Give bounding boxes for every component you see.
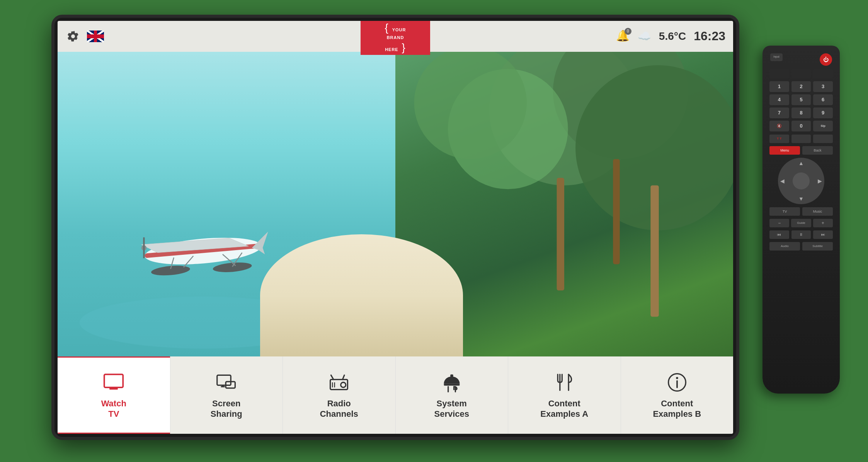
dpad-left: ◀ [780, 178, 785, 184]
beach-strip [260, 234, 463, 356]
brand-logo: { YOUR BRAND HERE } [361, 21, 430, 55]
remote-input-button[interactable]: Input [770, 53, 783, 61]
header-right: 🔔 0 ☁️ 5.6°C 16:23 [616, 29, 725, 43]
remote-power-button[interactable]: ⏻ [820, 53, 832, 66]
system-services-label-line2: Services [434, 409, 469, 419]
radio-channels-label: Radio Channels [320, 399, 358, 419]
tv-foot-right [574, 437, 620, 440]
remote-audio-row: Audio Subtitle [766, 242, 836, 251]
remote-num-8[interactable]: 8 [791, 107, 811, 118]
svg-rect-25 [217, 375, 230, 385]
remote-pause[interactable]: ⏸ [791, 230, 811, 239]
time-display: 16:23 [694, 29, 725, 43]
remote-btn-2[interactable] [791, 69, 811, 78]
remote-ch-minus[interactable]: ⏮ [769, 230, 789, 239]
remote-number-grid: 1 2 3 4 5 6 7 8 9 🔇 0 Slp [766, 81, 836, 131]
screen-sharing-label-line2: Sharing [211, 409, 242, 419]
remote-vol-down[interactable]: − [769, 219, 789, 227]
remote-menu-button[interactable]: Menu [769, 146, 800, 155]
dpad-down: ▼ [798, 196, 804, 202]
watch-tv-label: Watch TV [101, 399, 126, 419]
remote-row-2 [766, 69, 836, 78]
remote-blank-btn[interactable] [791, 135, 811, 143]
svg-line-30 [331, 375, 334, 379]
brand-name-line3: HERE [385, 47, 398, 52]
tv-container: { YOUR BRAND HERE } 🔔 0 ☁️ 5.6°C [51, 15, 817, 448]
remote-ch-plus[interactable]: ⏭ [813, 230, 833, 239]
menu-item-system-services[interactable]: System Services [396, 356, 509, 434]
content-examples-a-icon [553, 371, 576, 394]
tv-foot-left [170, 437, 217, 440]
tv-frame: { YOUR BRAND HERE } 🔔 0 ☁️ 5.6°C [51, 15, 739, 440]
screen-sharing-label-line1: Screen [212, 399, 240, 408]
remote-mute-button[interactable]: 🔇 [769, 121, 789, 131]
content-a-icon-svg [553, 372, 575, 393]
content-examples-b-label: Content Examples B [653, 399, 701, 419]
radio-channels-label-line1: Radio [327, 399, 351, 408]
remote-tv-button[interactable]: TV [769, 207, 800, 216]
remote-dpad[interactable]: ▲ ▼ ◀ ▶ [778, 158, 824, 204]
remote-subtitle-button[interactable]: Subtitle [802, 242, 833, 251]
remote-music-button[interactable]: Music [802, 207, 833, 216]
screen-sharing-label: Screen Sharing [211, 399, 242, 419]
remote-num-2[interactable]: 2 [791, 81, 811, 92]
remote-guide-row: − Guide + [766, 219, 836, 227]
content-b-label-line2: Examples B [653, 409, 701, 419]
notification-count: 0 [625, 28, 631, 35]
dpad-up: ▲ [798, 160, 804, 166]
notification-badge[interactable]: 🔔 0 [616, 29, 630, 43]
remote-guide-button[interactable]: Guide [791, 219, 811, 227]
cloud-icon: ☁️ [638, 30, 651, 43]
svg-point-43 [676, 377, 678, 379]
brand-name-line2: BRAND [387, 35, 404, 40]
remote-sleep-button[interactable]: Slp [813, 121, 833, 131]
tv-screen: { YOUR BRAND HERE } 🔔 0 ☁️ 5.6°C [58, 21, 733, 434]
dpad-center-button[interactable] [793, 172, 810, 189]
remote-num-1[interactable]: 1 [769, 81, 789, 92]
svg-rect-20 [613, 159, 620, 264]
menu-item-watch-tv[interactable]: Watch TV [58, 356, 170, 434]
remote-vol-up[interactable]: + [813, 219, 833, 227]
menu-item-content-examples-a[interactable]: Content Examples A [508, 356, 621, 434]
svg-rect-19 [557, 178, 564, 290]
watch-tv-label-line1: Watch [101, 399, 126, 408]
menu-bar: Watch TV Screen [58, 356, 733, 434]
svg-rect-36 [450, 375, 453, 378]
remote-num-5[interactable]: 5 [791, 94, 811, 105]
remote-btn-1[interactable] [769, 69, 789, 78]
radio-icon-svg [328, 372, 350, 393]
remote-blank-btn-2[interactable] [813, 135, 833, 143]
remote-back-button[interactable]: Back [802, 146, 833, 155]
svg-point-34 [341, 382, 346, 387]
remote-num-6[interactable]: 6 [813, 94, 833, 105]
watch-tv-icon [102, 371, 125, 394]
temperature-display: 5.6°C [659, 30, 686, 43]
menu-item-content-examples-b[interactable]: Content Examples B [621, 356, 734, 434]
dpad-right: ▶ [818, 178, 822, 184]
content-examples-a-label: Content Examples A [540, 399, 588, 419]
language-flag-icon[interactable] [87, 31, 104, 42]
system-services-label: System Services [434, 399, 469, 419]
menu-item-screen-sharing[interactable]: Screen Sharing [170, 356, 283, 434]
remote-btn-3[interactable] [813, 69, 833, 78]
svg-rect-21 [650, 185, 659, 317]
radio-channels-label-line2: Channels [320, 409, 358, 419]
screen-sharing-icon-svg [216, 372, 237, 393]
remote-num-3[interactable]: 3 [813, 81, 833, 92]
settings-icon[interactable] [65, 29, 81, 44]
brand-brace-open: { [385, 22, 392, 34]
remote-num-9[interactable]: 9 [813, 107, 833, 118]
remote-num-4[interactable]: 4 [769, 94, 789, 105]
svg-line-31 [343, 375, 345, 379]
remote-num-7[interactable]: 7 [769, 107, 789, 118]
remote-tv-music-row: TV Music [766, 207, 836, 216]
radio-channels-icon [327, 371, 351, 394]
menu-item-radio-channels[interactable]: Radio Channels [283, 356, 396, 434]
remote-tt-btn[interactable]: T T [769, 135, 789, 143]
content-b-label-line1: Content [661, 399, 693, 408]
content-a-label-line2: Examples A [540, 409, 588, 419]
system-services-label-line1: System [437, 399, 467, 408]
remote-num-0[interactable]: 0 [791, 121, 811, 131]
remote-audio-button[interactable]: Audio [769, 242, 800, 251]
svg-rect-22 [104, 375, 123, 388]
